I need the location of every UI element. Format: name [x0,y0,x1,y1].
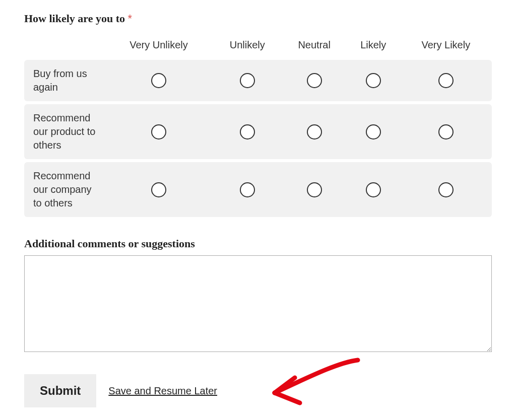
scale-header: Very Likely [400,35,492,57]
radio-option[interactable] [240,73,255,88]
question-text: How likely are you to [24,12,125,25]
radio-option[interactable] [438,73,454,88]
radio-option[interactable] [240,182,255,197]
radio-option[interactable] [240,124,255,139]
table-row: Recommend our product to others [24,104,492,159]
matrix-header-row: Very Unlikely Unlikely Neutral Likely Ve… [24,35,492,57]
required-indicator: * [128,12,133,25]
likert-question-title: How likely are you to * [24,12,492,25]
radio-option[interactable] [366,182,381,197]
scale-header: Very Unlikely [105,35,213,57]
radio-option[interactable] [307,73,322,88]
row-label: Recommend our product to others [24,104,105,159]
table-row: Buy from us again [24,60,492,101]
comments-input[interactable] [24,255,492,352]
radio-option[interactable] [307,124,322,139]
radio-option[interactable] [438,182,454,197]
table-row: Recommend our company to others [24,162,492,217]
radio-option[interactable] [307,182,322,197]
matrix-header-spacer [24,35,105,57]
radio-option[interactable] [151,182,166,197]
radio-option[interactable] [151,124,166,139]
likert-matrix: Very Unlikely Unlikely Neutral Likely Ve… [24,32,492,220]
scale-header: Unlikely [213,35,282,57]
radio-option[interactable] [366,124,381,139]
save-resume-link[interactable]: Save and Resume Later [108,385,217,397]
submit-button[interactable]: Submit [24,374,96,407]
radio-option[interactable] [438,124,454,139]
row-label: Recommend our company to others [24,162,105,217]
row-label: Buy from us again [24,60,105,101]
radio-option[interactable] [151,73,166,88]
comments-label: Additional comments or suggestions [24,237,492,250]
scale-header: Likely [347,35,400,57]
radio-option[interactable] [366,73,381,88]
form-footer: Submit Save and Resume Later [24,374,492,407]
scale-header: Neutral [282,35,347,57]
